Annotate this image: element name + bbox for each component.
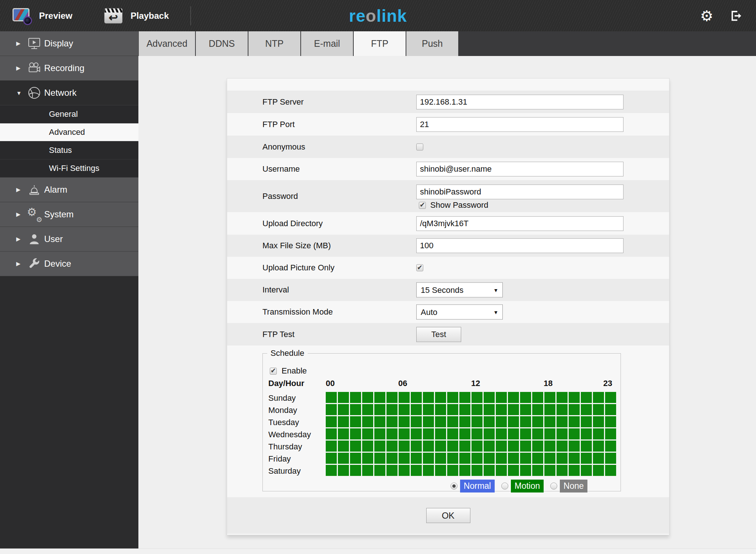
sidebar-item-user[interactable]: ▶ User	[0, 227, 138, 252]
schedule-cell[interactable]	[532, 404, 543, 415]
schedule-cell[interactable]	[569, 428, 580, 439]
schedule-cell[interactable]	[386, 416, 398, 427]
schedule-cell[interactable]	[326, 465, 337, 476]
schedule-cell[interactable]	[411, 392, 422, 403]
schedule-cell[interactable]	[557, 465, 568, 476]
schedule-cell[interactable]	[350, 392, 361, 403]
schedule-cell[interactable]	[326, 441, 337, 452]
schedule-cell[interactable]	[520, 453, 531, 464]
motion-badge[interactable]: Motion	[511, 480, 544, 492]
schedule-cell[interactable]	[326, 392, 337, 403]
schedule-cell[interactable]	[399, 453, 410, 464]
schedule-cell[interactable]	[386, 404, 398, 415]
schedule-cell[interactable]	[386, 392, 398, 403]
max-file-size-input[interactable]	[416, 238, 623, 253]
schedule-cell[interactable]	[471, 404, 483, 415]
schedule-cell[interactable]	[569, 453, 580, 464]
schedule-cell[interactable]	[593, 428, 604, 439]
schedule-cell[interactable]	[399, 428, 410, 439]
schedule-cell[interactable]	[326, 428, 337, 439]
schedule-cell[interactable]	[532, 428, 543, 439]
schedule-cell[interactable]	[399, 441, 410, 452]
schedule-cell[interactable]	[544, 404, 555, 415]
schedule-cell[interactable]	[447, 465, 458, 476]
schedule-cell[interactable]	[459, 465, 470, 476]
schedule-cell[interactable]	[447, 441, 458, 452]
schedule-cell[interactable]	[362, 465, 373, 476]
schedule-cell[interactable]	[569, 404, 580, 415]
schedule-cell[interactable]	[362, 428, 373, 439]
schedule-cell[interactable]	[605, 392, 616, 403]
schedule-cell[interactable]	[557, 441, 568, 452]
schedule-cell[interactable]	[459, 441, 470, 452]
schedule-cell[interactable]	[557, 416, 568, 427]
tab-ftp[interactable]: FTP	[354, 31, 406, 56]
schedule-cell[interactable]	[374, 453, 385, 464]
schedule-cell[interactable]	[532, 392, 543, 403]
schedule-cell[interactable]	[569, 392, 580, 403]
schedule-cell[interactable]	[459, 404, 470, 415]
schedule-cell[interactable]	[520, 404, 531, 415]
schedule-cell[interactable]	[399, 416, 410, 427]
schedule-cell[interactable]	[362, 392, 373, 403]
schedule-cell[interactable]	[532, 465, 543, 476]
ftp-test-button[interactable]: Test	[416, 327, 461, 342]
schedule-cell[interactable]	[435, 465, 446, 476]
schedule-cell[interactable]	[423, 441, 434, 452]
schedule-cell[interactable]	[362, 404, 373, 415]
show-password-checkbox[interactable]: ✔	[419, 202, 426, 209]
schedule-cell[interactable]	[544, 392, 555, 403]
schedule-cell[interactable]	[447, 416, 458, 427]
tab-ntp[interactable]: NTP	[248, 31, 300, 56]
schedule-cell[interactable]	[569, 441, 580, 452]
schedule-cell[interactable]	[399, 392, 410, 403]
schedule-cell[interactable]	[557, 428, 568, 439]
schedule-cell[interactable]	[338, 392, 349, 403]
schedule-cell[interactable]	[447, 404, 458, 415]
sidebar-item-device[interactable]: ▶ Device	[0, 252, 138, 276]
schedule-cell[interactable]	[374, 428, 385, 439]
schedule-cell[interactable]	[374, 404, 385, 415]
schedule-cell[interactable]	[508, 453, 519, 464]
schedule-cell[interactable]	[496, 453, 507, 464]
schedule-cell[interactable]	[399, 465, 410, 476]
ok-button[interactable]: OK	[426, 508, 470, 523]
sidebar-item-display[interactable]: ▶ Display	[0, 31, 138, 56]
schedule-cell[interactable]	[350, 441, 361, 452]
schedule-cell[interactable]	[605, 465, 616, 476]
schedule-cell[interactable]	[581, 428, 592, 439]
schedule-cell[interactable]	[593, 453, 604, 464]
schedule-cell[interactable]	[362, 453, 373, 464]
schedule-cell[interactable]	[386, 453, 398, 464]
schedule-cell[interactable]	[484, 465, 495, 476]
schedule-cell[interactable]	[581, 465, 592, 476]
schedule-cell[interactable]	[544, 428, 555, 439]
schedule-cell[interactable]	[520, 416, 531, 427]
schedule-cell[interactable]	[520, 428, 531, 439]
schedule-cell[interactable]	[593, 416, 604, 427]
schedule-cell[interactable]	[484, 392, 495, 403]
sidebar-item-recording[interactable]: ▶ Recording	[0, 56, 138, 81]
schedule-cell[interactable]	[484, 416, 495, 427]
tab-advanced[interactable]: Advanced	[139, 31, 195, 56]
schedule-cell[interactable]	[447, 392, 458, 403]
schedule-cell[interactable]	[411, 428, 422, 439]
schedule-cell[interactable]	[581, 453, 592, 464]
ftp-port-input[interactable]	[416, 117, 623, 132]
schedule-cell[interactable]	[447, 428, 458, 439]
schedule-cell[interactable]	[386, 441, 398, 452]
schedule-cell[interactable]	[471, 465, 483, 476]
logout-icon[interactable]	[729, 9, 743, 23]
schedule-cell[interactable]	[508, 416, 519, 427]
sidebar-item-system[interactable]: ▶ ⚙⚙ System	[0, 202, 138, 227]
schedule-cell[interactable]	[581, 404, 592, 415]
horizontal-scrollbar[interactable]	[0, 548, 756, 554]
schedule-cell[interactable]	[435, 416, 446, 427]
schedule-cell[interactable]	[411, 404, 422, 415]
none-badge[interactable]: None	[560, 480, 587, 492]
schedule-cell[interactable]	[435, 392, 446, 403]
schedule-cell[interactable]	[459, 416, 470, 427]
upload-directory-input[interactable]	[416, 216, 623, 231]
schedule-cell[interactable]	[496, 465, 507, 476]
schedule-cell[interactable]	[374, 441, 385, 452]
